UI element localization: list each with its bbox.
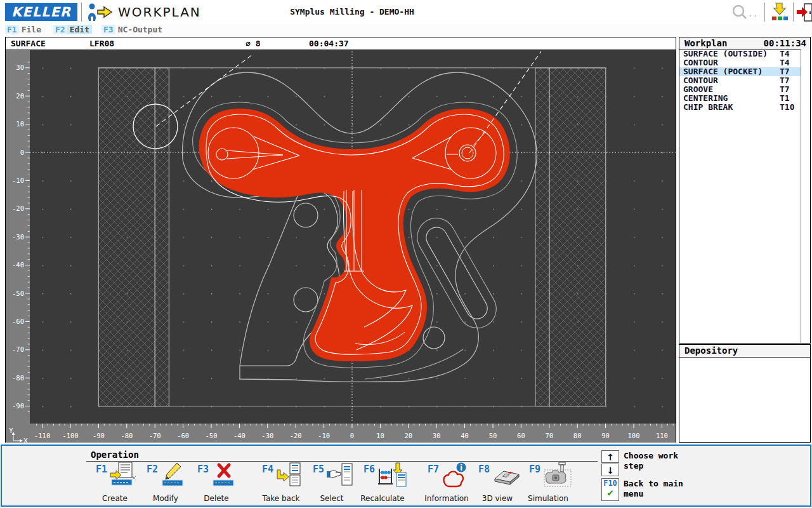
svg-text:-80: -80 <box>121 432 133 439</box>
depository-header: Depository <box>679 345 810 358</box>
menu-edit[interactable]: F2Edit <box>53 24 92 36</box>
select-icon <box>327 462 355 490</box>
create-icon <box>110 462 138 490</box>
svg-text:30: 30 <box>16 64 24 71</box>
svg-text:0: 0 <box>20 149 24 156</box>
3d-view-button[interactable]: F8 3D view <box>473 462 521 504</box>
svg-text:100: 100 <box>628 432 640 439</box>
viewport-status-bar: SURFACE LFR08 ⌀ 8 00:04:37 <box>6 37 676 50</box>
back-to-main-label: Back to main menu <box>624 479 683 499</box>
stock-band-right <box>535 68 606 406</box>
svg-text:-110: -110 <box>34 432 50 439</box>
function-key-toolbar: Operation F1 Create F2 <box>1 444 811 507</box>
recalculate-icon <box>377 462 407 490</box>
depository-panel: Depository <box>679 344 811 443</box>
workplan-title: Workplan <box>684 38 727 48</box>
svg-text:-70: -70 <box>12 345 24 353</box>
svg-text:-50: -50 <box>206 432 218 439</box>
svg-text:80: 80 <box>573 432 582 439</box>
application-window: KELLER WORKPLAN SYMplus Milling - DEMO-H… <box>0 0 812 508</box>
svg-text:-90: -90 <box>12 402 24 410</box>
svg-text:-10: -10 <box>318 432 330 439</box>
workplan-header: Workplan 00:11:34 <box>679 37 810 50</box>
svg-text:-40: -40 <box>12 261 24 269</box>
machining-graphic: -110-100-90-80-70-60-50-40-30-20-1001020… <box>6 50 676 443</box>
svg-text:40: 40 <box>461 432 469 439</box>
svg-text:-60: -60 <box>177 432 189 439</box>
svg-text:-20: -20 <box>290 432 302 439</box>
information-button[interactable]: F7 Information <box>422 462 471 504</box>
select-button[interactable]: F5 Select <box>308 462 356 504</box>
choose-step-up-button[interactable]: ↑ <box>601 450 619 463</box>
depository-title: Depository <box>684 345 738 356</box>
exit-icon[interactable] <box>797 3 812 25</box>
arrow-down-icon: ↓ <box>606 465 614 476</box>
tool-diameter: ⌀ 8 <box>246 39 260 48</box>
svg-text:90: 90 <box>601 432 610 439</box>
svg-text:60: 60 <box>517 432 525 439</box>
svg-text:50: 50 <box>489 432 497 439</box>
workplan-panel: Workplan 00:11:34 SURFACE (OUTSIDE)T4CON… <box>679 37 811 344</box>
back-to-main-button[interactable]: F10 ✔ <box>601 478 619 501</box>
svg-text:10: 10 <box>16 120 24 128</box>
workplan-step[interactable]: SURFACE (POCKET)T7 <box>679 67 801 76</box>
svg-text:110: 110 <box>656 432 668 439</box>
modify-button[interactable]: F2 Modify <box>141 462 190 504</box>
check-icon: ✔ <box>602 488 619 497</box>
workplan-step[interactable]: CONTOURT7 <box>679 76 801 85</box>
svg-text:0: 0 <box>350 432 354 439</box>
workplan-step[interactable]: CHIP BREAKT10 <box>679 103 801 112</box>
svg-text:-50: -50 <box>12 290 24 297</box>
separator <box>793 3 794 22</box>
graphics-viewport[interactable]: SURFACE LFR08 ⌀ 8 00:04:37 <box>5 37 676 443</box>
3d-view-icon <box>492 462 521 490</box>
recalculate-button[interactable]: F6 Recalculate <box>358 462 407 504</box>
separator <box>764 3 765 22</box>
y-ruler <box>6 50 30 443</box>
information-icon <box>442 462 469 491</box>
current-operation: SURFACE <box>11 39 46 48</box>
workplan-step[interactable]: GROOVET7 <box>679 85 801 94</box>
choose-step-down-button[interactable]: ↓ <box>601 464 619 476</box>
modify-icon <box>160 462 188 490</box>
svg-text:-100: -100 <box>62 432 78 439</box>
simulation-icon <box>543 462 572 491</box>
document-title: SYMplus Milling - DEMO-HH <box>0 7 704 17</box>
simulation-button[interactable]: F9 Simulation <box>524 462 572 504</box>
title-bar: KELLER WORKPLAN SYMplus Milling - DEMO-H… <box>0 0 812 24</box>
group-label: Operation <box>91 450 139 460</box>
delete-button[interactable]: F3 Delete <box>192 462 240 504</box>
choose-step-label: Choose work step <box>624 451 678 471</box>
svg-text:-60: -60 <box>12 318 24 325</box>
menu-bar: F1File F2Edit F3NC-Output <box>0 24 812 36</box>
svg-text:-30: -30 <box>12 233 24 241</box>
create-button[interactable]: F1 Create <box>91 462 139 504</box>
program-name: LFR08 <box>89 39 114 48</box>
svg-text:-80: -80 <box>12 374 24 382</box>
workplan-step-list: SURFACE (OUTSIDE)T4CONTOURT4SURFACE (POC… <box>679 50 801 343</box>
svg-text:-70: -70 <box>149 432 161 439</box>
svg-text:70: 70 <box>545 432 553 439</box>
workplan-total-time: 00:11:34 <box>764 38 806 48</box>
svg-text:-30: -30 <box>261 432 273 439</box>
svg-text:-90: -90 <box>93 432 105 439</box>
svg-text:20: 20 <box>404 432 412 439</box>
workplan-step[interactable]: SURFACE (OUTSIDE)T4 <box>679 50 801 58</box>
svg-text:X: X <box>23 437 28 443</box>
workplan-scrollbar[interactable] <box>801 50 810 343</box>
menu-file[interactable]: F1File <box>5 24 44 36</box>
machining-time: 00:04:37 <box>309 39 349 48</box>
svg-text:20: 20 <box>16 92 24 100</box>
arrow-up-icon: ↑ <box>606 452 614 462</box>
workplan-step[interactable]: CONTOURT4 <box>679 58 801 67</box>
svg-text:10: 10 <box>376 432 384 439</box>
take-back-icon <box>276 462 304 490</box>
workplan-step[interactable]: CENTERINGT1 <box>679 94 801 103</box>
take-back-button[interactable]: F4 Take back <box>257 462 305 504</box>
group-rule <box>86 461 598 462</box>
menu-nc-output[interactable]: F3NC-Output <box>102 24 165 36</box>
transfer-icon[interactable] <box>770 3 790 25</box>
delete-icon <box>211 462 239 490</box>
search-icon[interactable]: ... <box>731 4 760 23</box>
stock-band-left <box>98 68 169 406</box>
